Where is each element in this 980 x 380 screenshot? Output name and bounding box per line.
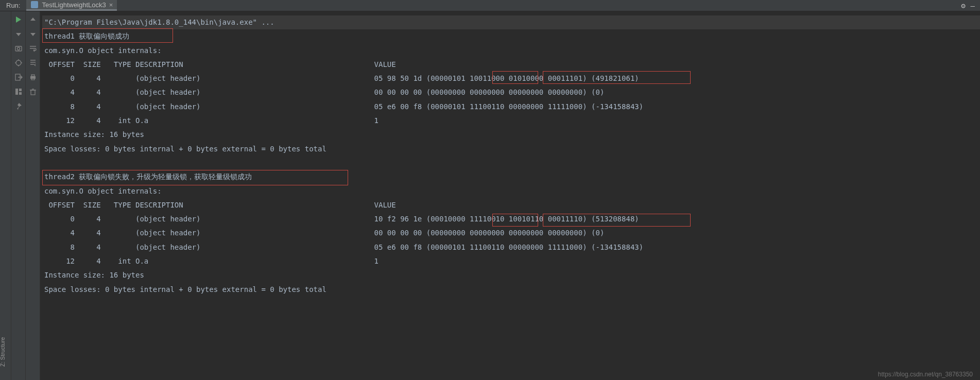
cmd-line: "C:\Program Files\Java\jdk1.8.0_144\bin\…	[42, 15, 980, 29]
title-bar: Run: TestLightweightLock3 × ⚙ —	[0, 0, 980, 11]
svg-point-3	[17, 47, 20, 50]
instance-size-1: Instance size: 16 bytes	[42, 128, 980, 142]
tab-title: TestLightweightLock3	[42, 1, 106, 9]
svg-rect-11	[19, 89, 22, 91]
console-output[interactable]: "C:\Program Files\Java\jdk1.8.0_144\bin\…	[40, 11, 980, 380]
exit-icon[interactable]	[14, 73, 23, 81]
row-2c: 8 4 (object header) 05 e6 00 f8 (0000010…	[42, 240, 980, 254]
trash-icon[interactable]	[29, 88, 37, 96]
gear-icon[interactable]: ⚙	[961, 2, 965, 10]
internals-1: com.syn.O object internals:	[42, 44, 980, 58]
instance-size-2: Instance size: 16 bytes	[42, 268, 980, 282]
java-file-icon	[30, 1, 39, 9]
left-gutter: Z: Structure	[0, 11, 11, 380]
blank-1	[42, 156, 980, 170]
row-1d: 12 4 int O.a 1	[42, 114, 980, 128]
structure-tool-label[interactable]: Z: Structure	[0, 337, 6, 367]
play-icon[interactable]	[14, 15, 23, 24]
space-losses-2: Space losses: 0 bytes internal + 0 bytes…	[42, 283, 980, 297]
console-toolbar-col	[26, 11, 40, 380]
up-arrow-icon[interactable]	[29, 15, 37, 24]
camera-icon[interactable]	[14, 44, 23, 53]
pin-icon[interactable]	[14, 102, 23, 110]
run-actions-col	[11, 11, 26, 380]
minimize-icon[interactable]: —	[971, 2, 975, 10]
debug-icon[interactable]	[14, 59, 23, 67]
row-1b: 4 4 (object header) 00 00 00 00 (0000000…	[42, 85, 980, 99]
svg-rect-0	[31, 1, 38, 8]
svg-point-4	[16, 60, 21, 65]
svg-rect-10	[15, 89, 18, 95]
svg-rect-2	[15, 46, 22, 51]
close-icon[interactable]: ×	[109, 1, 113, 9]
thread2-msg: thread2 获取偏向锁失败，升级为轻量级锁，获取轻量级锁成功	[42, 170, 980, 184]
soft-wrap-icon[interactable]	[29, 44, 37, 53]
main-area: Z: Structure "C:\Program Files\Java\jdk1…	[0, 11, 980, 380]
scroll-to-end-icon[interactable]	[29, 59, 37, 67]
row-1a: 0 4 (object header) 05 98 50 1d (0000010…	[42, 72, 980, 85]
layout-icon[interactable]	[14, 88, 23, 96]
svg-rect-12	[19, 92, 22, 95]
print-icon[interactable]	[29, 73, 37, 81]
table-header-1: OFFSET SIZE TYPE DESCRIPTION VALUE	[42, 58, 980, 72]
table-header-2: OFFSET SIZE TYPE DESCRIPTION VALUE	[42, 198, 980, 212]
svg-rect-15	[31, 78, 35, 80]
down-arrow-icon[interactable]	[14, 30, 23, 38]
svg-rect-14	[31, 75, 35, 76]
internals-2: com.syn.O object internals:	[42, 184, 980, 198]
space-losses-1: Space losses: 0 bytes internal + 0 bytes…	[42, 142, 980, 156]
run-tab[interactable]: TestLightweightLock3 ×	[26, 0, 117, 11]
watermark: https://blog.csdn.net/qn_38763350	[878, 371, 973, 378]
down-arrow-2-icon[interactable]	[29, 30, 37, 38]
row-2a: 0 4 (object header) 10 f2 96 1e (0001000…	[42, 212, 980, 226]
row-2d: 12 4 int O.a 1	[42, 254, 980, 268]
svg-rect-16	[31, 90, 35, 95]
row-2b: 4 4 (object header) 00 00 00 00 (0000000…	[42, 226, 980, 240]
run-label: Run:	[0, 2, 26, 9]
row-1c: 8 4 (object header) 05 e6 00 f8 (0000010…	[42, 100, 980, 114]
thread1-msg: thread1 获取偏向锁成功	[42, 29, 980, 43]
svg-marker-1	[16, 16, 21, 23]
